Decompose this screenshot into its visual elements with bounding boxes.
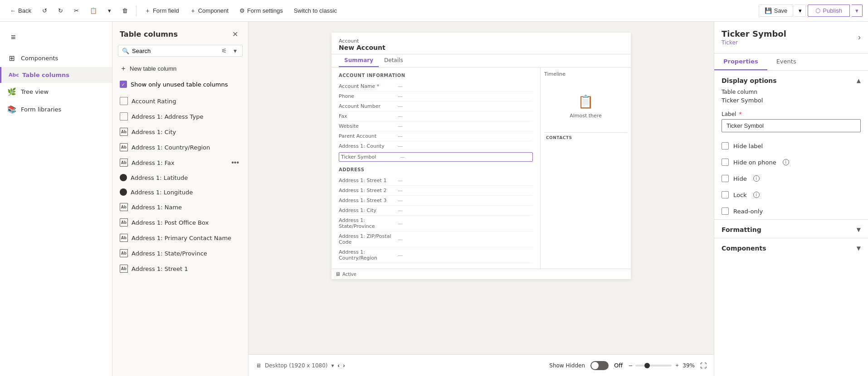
delete-button[interactable]: 🗑 — [117, 5, 132, 16]
zoom-plus[interactable]: ＋ — [674, 362, 680, 369]
list-item[interactable]: Address 1: Address Type — [112, 109, 248, 124]
hide-checkbox[interactable] — [722, 175, 729, 182]
table-column-value: Ticker Symbol — [722, 97, 763, 104]
show-hidden-label: Show Hidden — [549, 362, 585, 369]
dropdown-button[interactable]: ▾ — [103, 5, 116, 16]
lock-checkbox[interactable] — [722, 191, 729, 198]
back-button[interactable]: ← Back — [5, 5, 36, 16]
field-label: Address 1: Street 2 — [339, 188, 398, 193]
collapse-icon[interactable]: ▲ — [857, 77, 861, 84]
read-only-option[interactable]: Read-only — [714, 203, 868, 219]
address-state-icon: Ab — [120, 249, 128, 257]
form-tab-summary[interactable]: Summary — [339, 54, 379, 67]
field-row: Address 1: Street 3 — — [339, 196, 533, 206]
hide-on-phone-option[interactable]: Hide on phone i — [714, 154, 868, 170]
filter-button[interactable]: ⚟ — [219, 47, 229, 54]
list-item[interactable]: Address 1: Longitude — [112, 185, 248, 199]
rp-tab-events[interactable]: Events — [767, 53, 805, 70]
list-item[interactable]: Ab Address 1: Post Office Box — [112, 215, 248, 230]
hide-option[interactable]: Hide i — [714, 170, 868, 187]
settings-icon: ⚙ — [239, 7, 245, 14]
show-hidden-toggle[interactable] — [590, 361, 609, 370]
hide-label-option[interactable]: Hide label — [714, 138, 868, 154]
field-value: — — [398, 236, 403, 242]
hide-label-checkbox[interactable] — [722, 142, 729, 149]
label-input[interactable] — [722, 119, 861, 132]
list-item[interactable]: Ab Address 1: Fax ••• — [112, 155, 248, 170]
hide-info-icon[interactable]: i — [753, 175, 760, 182]
sidebar-item-components[interactable]: ⊞ Components — [0, 49, 112, 67]
lock-option[interactable]: Lock i — [714, 187, 868, 203]
list-item[interactable]: Ab Address 1: State/Province — [112, 246, 248, 261]
more-options-button[interactable]: ••• — [229, 159, 241, 167]
field-row: Address 1: County — — [339, 141, 533, 151]
read-only-checkbox[interactable] — [722, 207, 729, 215]
field-label: Fax — [339, 113, 398, 119]
list-item[interactable]: Address 1: Latitude — [112, 170, 248, 185]
scroll-right-button[interactable]: › — [343, 362, 345, 369]
component-button[interactable]: ＋ Component — [185, 5, 233, 17]
address-title: ADDRESS — [339, 167, 533, 172]
components-collapse: Components ▼ — [714, 238, 868, 256]
field-row: Address 1: Street 1 — — [339, 176, 533, 186]
table-columns-icon: Abc — [9, 72, 18, 78]
list-item[interactable]: Ab Address 1: Country/Region — [112, 140, 248, 155]
sidebar-item-form-libraries[interactable]: 📚 Form libraries — [0, 101, 112, 118]
timeline-icon: 📋 — [578, 94, 594, 109]
rp-next-button[interactable]: › — [858, 33, 861, 42]
sidebar-item-tree-view[interactable]: 🌿 Tree view — [0, 83, 112, 101]
rp-title: Ticker Symbol — [722, 29, 786, 39]
list-item[interactable]: Ab Address 1: Street 1 — [112, 261, 248, 276]
publish-dropdown-button[interactable]: ▾ — [852, 5, 863, 17]
address-section: ADDRESS Address 1: Street 1 — Address 1:… — [339, 167, 533, 263]
hide-on-phone-info-icon[interactable]: i — [783, 159, 789, 165]
undo-button[interactable]: ↺ — [38, 5, 52, 16]
list-item[interactable]: Ab Address 1: Primary Contact Name — [112, 230, 248, 246]
lock-info-icon[interactable]: i — [753, 192, 760, 198]
canvas-area: Account New Account Summary Details ACCO… — [249, 22, 714, 376]
contacts-label: CONTACTS — [546, 135, 625, 140]
zoom-slider[interactable] — [635, 365, 672, 366]
search-input[interactable] — [132, 48, 217, 54]
field-row: Address 1: Street 2 — — [339, 186, 533, 196]
switch-classic-button[interactable]: Switch to classic — [289, 5, 341, 16]
sidebar-item-table-columns[interactable]: Abc Table columns — [0, 67, 112, 83]
rp-tab-properties[interactable]: Properties — [714, 53, 767, 70]
form-tab-details[interactable]: Details — [379, 54, 409, 67]
list-item[interactable]: Ab Address 1: City — [112, 124, 248, 140]
list-item[interactable]: Account Rating — [112, 93, 248, 109]
table-column-group: Table column Ticker Symbol — [714, 89, 868, 111]
components-collapse-icon[interactable]: ▼ — [857, 245, 861, 251]
filter-chevron-button[interactable]: ▾ — [232, 47, 239, 54]
field-label: Phone — [339, 93, 398, 99]
list-item[interactable]: Ab Address 1: Name — [112, 199, 248, 215]
new-table-column-button[interactable]: ＋ New table column — [112, 60, 248, 77]
show-unused-row[interactable]: ✓ Show only unused table columns — [112, 77, 248, 92]
required-star: * — [739, 111, 741, 117]
fullscreen-icon[interactable]: ⛶ — [700, 362, 707, 369]
field-row: Address 1: State/Province — — [339, 216, 533, 231]
show-unused-checkbox[interactable]: ✓ — [120, 81, 127, 88]
field-row: Address 1: City — — [339, 206, 533, 216]
form-breadcrumb: Account — [339, 38, 624, 44]
form-field-button[interactable]: ＋ Form field — [140, 5, 184, 17]
rp-body: Display options ▲ Table column Ticker Sy… — [714, 71, 868, 376]
menu-button[interactable]: ≡ — [7, 29, 20, 46]
redo-button[interactable]: ↻ — [54, 5, 68, 16]
field-label: Address 1: Street 3 — [339, 198, 398, 203]
cut-button[interactable]: ✂ — [69, 5, 83, 16]
hide-on-phone-checkbox[interactable] — [722, 159, 729, 166]
panel-close-button[interactable]: ✕ — [229, 29, 241, 39]
save-button[interactable]: 💾 Save — [759, 5, 794, 17]
hide-text: Hide — [733, 175, 747, 182]
publish-button[interactable]: ⬡ Publish — [808, 5, 850, 17]
paste-button[interactable]: 📋 — [85, 5, 102, 16]
sidebar-header: ≡ — [0, 22, 112, 49]
zoom-minus[interactable]: − — [628, 362, 633, 369]
save-dropdown-button[interactable]: ▾ — [795, 5, 806, 17]
lock-text: Lock — [733, 192, 747, 198]
form-settings-button[interactable]: ⚙ Form settings — [235, 5, 288, 16]
form-preview: Account New Account Summary Details ACCO… — [332, 33, 631, 279]
scroll-left-button[interactable]: ‹ — [338, 362, 340, 369]
formatting-collapse-icon[interactable]: ▼ — [857, 227, 861, 233]
